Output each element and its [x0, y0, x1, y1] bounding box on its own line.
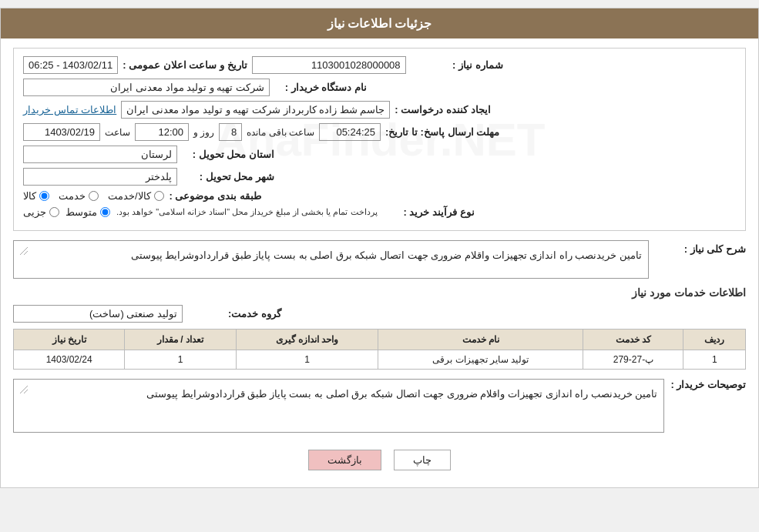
service-table: ردیف کد خدمت نام خدمت واحد اندازه گیری ت… — [13, 329, 746, 370]
table-row: 1 پ-27-279 تولید سایر تجهیزات برقی 1 1 1… — [14, 350, 746, 370]
province-value: لرستان — [23, 146, 177, 163]
deadline-remaining: 05:24:25 — [319, 123, 381, 141]
announce-label: تاریخ و ساعت اعلان عمومی : — [123, 59, 247, 71]
buyer-desc-row: توصیحات خریدار : تامین خریدنصب راه انداز… — [13, 379, 746, 436]
row-org-name: نام دستگاه خریدار : شرکت تهیه و تولید مو… — [23, 79, 736, 96]
row-deadline: مهلت ارسال پاسخ: تا تاریخ: 05:24:25 ساعت… — [23, 123, 736, 141]
table-body: 1 پ-27-279 تولید سایر تجهیزات برقی 1 1 1… — [14, 350, 746, 370]
col-count: تعداد / مقدار — [125, 330, 236, 350]
contact-link[interactable]: اطلاعات تماس خریدار — [23, 104, 116, 115]
cell-name: تولید سایر تجهیزات برقی — [378, 350, 583, 370]
print-button[interactable]: چاپ — [394, 450, 451, 470]
radio-khedmat-label: خدمت — [59, 190, 86, 202]
cell-unit: 1 — [236, 350, 378, 370]
content-area: AnaFinder.NET شماره نیاز : 1103001028000… — [1, 38, 758, 487]
province-label: استان محل تحویل : — [182, 149, 274, 160]
row-need-desc: شرح کلی نیاز : تامین خریدنصب راه اندازی … — [13, 240, 746, 279]
table-header: ردیف کد خدمت نام خدمت واحد اندازه گیری ت… — [14, 330, 746, 350]
col-code: کد خدمت — [583, 330, 683, 350]
city-value: پلدختر — [23, 168, 177, 186]
buyer-resize-handle[interactable] — [20, 386, 28, 393]
need-desc-value: تامین خریدنصب راه اندازی تجهیزات واقلام … — [13, 240, 649, 279]
buyer-desc-box: تامین خریدنصب راه اندازی تجهیزات واقلام … — [13, 379, 664, 433]
table-header-row: ردیف کد خدمت نام خدمت واحد اندازه گیری ت… — [14, 330, 746, 350]
deadline-time: 12:00 — [135, 123, 189, 141]
category-radio-group: کالا/خدمت خدمت کالا — [23, 190, 164, 202]
category-label: طبقه بندی موضوعی : — [169, 190, 261, 202]
creator-label: ایجاد کننده درخواست : — [395, 104, 490, 115]
group-row: گروه خدمت: تولید صنعتی (ساخت) — [13, 305, 746, 323]
org-name-label: نام دستگاه خریدار : — [274, 82, 367, 93]
cell-code: پ-27-279 — [583, 350, 683, 370]
row-province: استان محل تحویل : لرستان — [23, 146, 736, 163]
cell-row-num: 1 — [683, 350, 746, 370]
org-name-value: شرکت تهیه و تولید مواد معدنی ایران — [23, 79, 270, 96]
cell-date: 1403/02/24 — [14, 350, 125, 370]
city-label: شهر محل تحویل : — [182, 171, 274, 182]
row-purchase-type: نوع فرآیند خرید : پرداخت تمام یا بخشی از… — [23, 206, 736, 218]
category-radio-khedmat[interactable]: خدمت — [59, 190, 99, 202]
need-number-value: 1103001028000008 — [252, 56, 406, 74]
page-title: جزئیات اطلاعات نیاز — [327, 17, 432, 30]
radio-kala-khedmat-label: کالا/خدمت — [108, 190, 151, 202]
category-radio-kala-khedmat[interactable]: کالا/خدمت — [108, 190, 164, 202]
footer-buttons: چاپ بازگشت — [13, 442, 746, 478]
radio-kala-label: کالا — [23, 190, 36, 202]
service-info-title: اطلاعات خدمات مورد نیاز — [13, 286, 746, 299]
purchase-type-label: نوع فرآیند خرید : — [382, 206, 475, 218]
announce-value: 1403/02/11 - 06:25 — [23, 56, 118, 74]
row-creator: ایجاد کننده درخواست : جاسم شط زاده کاربر… — [23, 101, 736, 119]
radio-jozi-input[interactable] — [49, 207, 59, 217]
buyer-desc-label: توصیحات خریدار : — [670, 379, 746, 390]
purchase-type-group: پرداخت تمام یا بخشی از مبلغ خریداز محل "… — [23, 206, 378, 218]
deadline-date: 1403/02/19 — [23, 123, 100, 141]
radio-jozi-label: جزیی — [23, 206, 46, 218]
day-label: روز و — [193, 127, 214, 138]
col-row-num: ردیف — [683, 330, 746, 350]
page-wrapper: جزئیات اطلاعات نیاز AnaFinder.NET شماره … — [0, 8, 759, 488]
page-header: جزئیات اطلاعات نیاز — [1, 8, 758, 38]
creator-value: جاسم شط زاده کاربرداز شرکت تهیه و تولید … — [121, 101, 390, 119]
row-city: شهر محل تحویل : پلدختر — [23, 168, 736, 186]
top-info-section: AnaFinder.NET شماره نیاز : 1103001028000… — [13, 48, 746, 231]
cell-count: 1 — [125, 350, 236, 370]
deadline-days: 8 — [219, 123, 242, 141]
radio-khedmat-input[interactable] — [89, 191, 99, 201]
col-name: نام خدمت — [378, 330, 583, 350]
row-need-number: شماره نیاز : 1103001028000008 تاریخ و سا… — [23, 56, 736, 74]
service-group-value: تولید صنعتی (ساخت) — [13, 305, 183, 323]
purchase-note: پرداخت تمام یا بخشی از مبلغ خریداز محل "… — [116, 207, 378, 217]
back-button[interactable]: بازگشت — [308, 450, 381, 470]
row-category: طبقه بندی موضوعی : کالا/خدمت خدمت کالا — [23, 190, 736, 202]
deadline-row: 05:24:25 ساعت باقی مانده 8 روز و 12:00 س… — [23, 123, 381, 141]
need-desc-label: شرح کلی نیاز : — [653, 240, 746, 255]
resize-handle[interactable] — [20, 247, 28, 255]
col-date: تاریخ نیاز — [14, 330, 125, 350]
time-label: ساعت — [105, 127, 130, 138]
need-number-label: شماره نیاز : — [411, 59, 503, 71]
purchase-radio-jozi[interactable]: جزیی — [23, 206, 59, 218]
radio-motavasset-label: متوسط — [65, 206, 97, 218]
remaining-label: ساعت باقی مانده — [247, 127, 314, 138]
service-info-section: اطلاعات خدمات مورد نیاز گروه خدمت: تولید… — [13, 286, 746, 370]
service-group-label: گروه خدمت: — [189, 308, 281, 320]
col-unit: واحد اندازه گیری — [236, 330, 378, 350]
radio-motavasset-input[interactable] — [100, 207, 110, 217]
purchase-radio-motavasset[interactable]: متوسط — [65, 206, 110, 218]
radio-kala-input[interactable] — [39, 191, 49, 201]
category-radio-kala[interactable]: کالا — [23, 190, 49, 202]
radio-kala-khedmat-input[interactable] — [154, 191, 164, 201]
deadline-label: مهلت ارسال پاسخ: تا تاریخ: — [385, 126, 499, 138]
